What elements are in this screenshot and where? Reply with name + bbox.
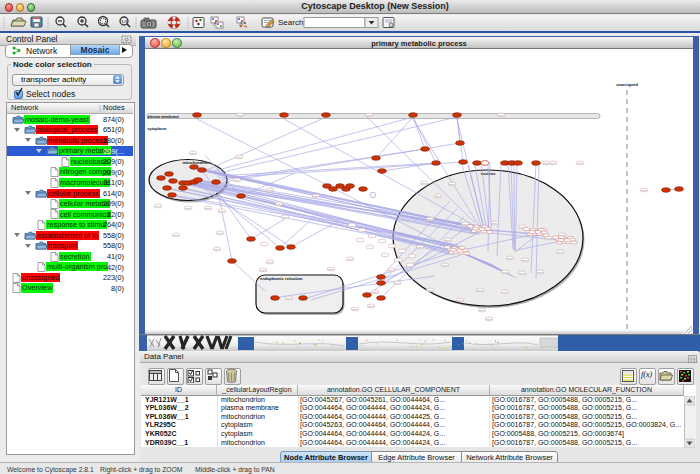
svg-text:Gnn-n: Gnn-n — [427, 289, 434, 291]
svg-text:cytoplasm: cytoplasm — [148, 127, 167, 131]
svg-text:Gnn-n: Gnn-n — [237, 114, 244, 116]
svg-text:Gnn-n: Gnn-n — [282, 216, 289, 218]
svg-text:Gnn-n: Gnn-n — [372, 291, 379, 293]
svg-text:Gnn-n: Gnn-n — [236, 156, 243, 158]
svg-text:Gnn-n: Gnn-n — [267, 261, 274, 263]
svg-text:Gnn-n: Gnn-n — [435, 195, 442, 197]
svg-text:Gnn-n: Gnn-n — [498, 114, 505, 116]
svg-text:Gnn-n: Gnn-n — [421, 182, 428, 184]
svg-text:Gnn-n: Gnn-n — [173, 234, 180, 236]
svg-text:Gnn-n: Gnn-n — [545, 237, 552, 239]
svg-text:Gnn-n: Gnn-n — [214, 248, 221, 250]
svg-text:Gnn-n: Gnn-n — [550, 162, 557, 164]
svg-text:Gnn-n: Gnn-n — [394, 282, 401, 284]
svg-text:Gnn-n: Gnn-n — [260, 269, 267, 271]
svg-text:Gnn-n: Gnn-n — [577, 162, 584, 164]
svg-text:Gnn-n: Gnn-n — [492, 222, 499, 224]
svg-text:plasma membrane: plasma membrane — [148, 115, 180, 119]
svg-text:Gnn-n: Gnn-n — [190, 152, 197, 154]
svg-text:Gnn-n: Gnn-n — [388, 269, 395, 271]
svg-text:Search:: Search: — [278, 18, 306, 27]
svg-text:Gnn-n: Gnn-n — [479, 309, 486, 311]
svg-text:Gnn-n: Gnn-n — [366, 114, 373, 116]
svg-text:Gnn-n: Gnn-n — [486, 318, 493, 320]
svg-text:Gnn-n: Gnn-n — [219, 210, 226, 212]
svg-text:Gnn-n: Gnn-n — [522, 259, 529, 261]
svg-text:Gnn-n: Gnn-n — [559, 234, 566, 236]
svg-text:Gnn-n: Gnn-n — [427, 218, 434, 220]
svg-text:Gnn-n: Gnn-n — [417, 246, 424, 248]
svg-text:Gnn-n: Gnn-n — [502, 291, 509, 293]
svg-text:Gnn-n: Gnn-n — [352, 308, 359, 310]
svg-text:Gnn-n: Gnn-n — [507, 257, 514, 259]
svg-text:endoplasmic reticulum: endoplasmic reticulum — [260, 276, 303, 281]
svg-text:Gnn-n: Gnn-n — [368, 305, 375, 307]
svg-text:Gnn-n: Gnn-n — [217, 232, 224, 234]
svg-text:unassigned: unassigned — [616, 82, 638, 87]
svg-text:Gnn-n: Gnn-n — [449, 183, 456, 185]
svg-text:Gnn-n: Gnn-n — [313, 195, 320, 197]
svg-text:Gnn-n: Gnn-n — [502, 271, 509, 273]
svg-text:Gnn-n: Gnn-n — [641, 189, 648, 191]
svg-text:Gnn-n: Gnn-n — [205, 207, 212, 209]
svg-text:Gnn-n: Gnn-n — [347, 258, 354, 260]
svg-text:Gnn-n: Gnn-n — [519, 272, 526, 274]
svg-text:Gnn-n: Gnn-n — [457, 299, 464, 301]
svg-text:Gnn-n: Gnn-n — [185, 207, 192, 209]
svg-text:Gnn-n: Gnn-n — [462, 223, 469, 225]
svg-text:Gnn-n: Gnn-n — [445, 239, 452, 241]
svg-text:Gnn-n: Gnn-n — [537, 271, 544, 273]
svg-text:mitochondrion: mitochondrion — [182, 160, 210, 165]
svg-text:Gnn-n: Gnn-n — [286, 297, 293, 299]
svg-text:1:1: 1:1 — [122, 19, 129, 24]
svg-text:Gnn-n: Gnn-n — [155, 205, 162, 207]
svg-text:Gnn-n: Gnn-n — [328, 268, 335, 270]
svg-text:Gnn-n: Gnn-n — [477, 289, 484, 291]
svg-text:Gnn-n: Gnn-n — [557, 251, 564, 253]
svg-text:Gnn-n: Gnn-n — [234, 179, 241, 181]
svg-text:Gnn-n: Gnn-n — [276, 203, 283, 205]
svg-text:Gnn-n: Gnn-n — [267, 189, 274, 191]
svg-text:Gnn-n: Gnn-n — [543, 162, 550, 164]
svg-text:Gnn-n: Gnn-n — [442, 264, 449, 266]
